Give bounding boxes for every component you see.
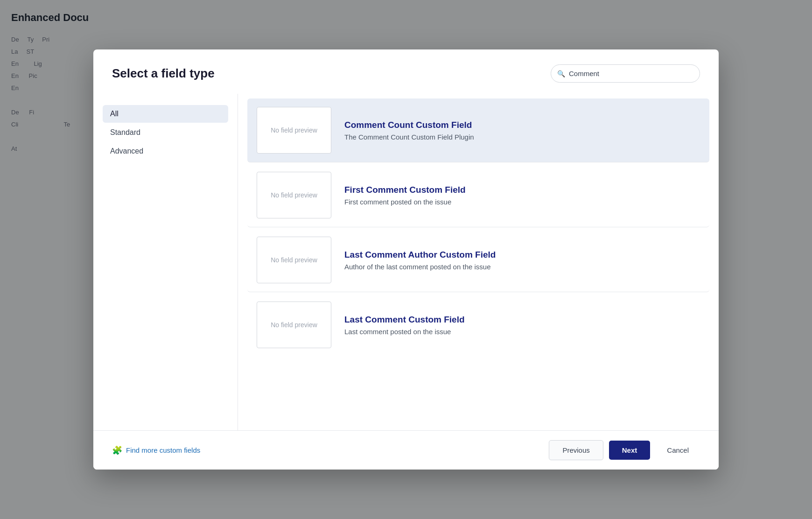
field-list: No field preview Comment Count Custom Fi… xyxy=(238,94,719,430)
field-preview-last-comment: No field preview xyxy=(257,302,331,348)
puzzle-icon: 🧩 xyxy=(112,445,122,456)
field-name-last-comment-author: Last Comment Author Custom Field xyxy=(344,250,700,260)
field-item-comment-count[interactable]: No field preview Comment Count Custom Fi… xyxy=(247,98,709,162)
previous-button[interactable]: Previous xyxy=(549,440,603,460)
find-more-link[interactable]: 🧩 Find more custom fields xyxy=(112,445,200,456)
field-desc-first-comment: First comment posted on the issue xyxy=(344,198,700,206)
field-name-first-comment: First Comment Custom Field xyxy=(344,185,700,195)
modal-header: Select a field type 🔍 xyxy=(93,49,719,94)
field-item-first-comment[interactable]: No field preview First Comment Custom Fi… xyxy=(247,163,709,227)
modal-footer: 🧩 Find more custom fields Previous Next … xyxy=(93,430,719,470)
footer-buttons: Previous Next Cancel xyxy=(549,440,700,460)
field-item-last-comment-author[interactable]: No field preview Last Comment Author Cus… xyxy=(247,228,709,292)
field-item-last-comment[interactable]: No field preview Last Comment Custom Fie… xyxy=(247,293,709,357)
field-name-comment-count: Comment Count Custom Field xyxy=(344,120,700,130)
field-name-last-comment: Last Comment Custom Field xyxy=(344,315,700,325)
modal-title: Select a field type xyxy=(112,66,215,81)
field-preview-comment-count: No field preview xyxy=(257,107,331,154)
modal-dialog: Select a field type 🔍 All Standard Advan… xyxy=(93,49,719,470)
find-more-label: Find more custom fields xyxy=(126,446,200,454)
sidebar: All Standard Advanced xyxy=(93,94,238,430)
field-preview-last-comment-author: No field preview xyxy=(257,237,331,283)
field-desc-comment-count: The Comment Count Custom Field Plugin xyxy=(344,133,700,141)
field-info-last-comment-author: Last Comment Author Custom Field Author … xyxy=(344,250,700,271)
search-input[interactable] xyxy=(551,64,700,83)
cancel-button[interactable]: Cancel xyxy=(656,441,700,460)
field-info-comment-count: Comment Count Custom Field The Comment C… xyxy=(344,120,700,141)
field-preview-first-comment: No field preview xyxy=(257,172,331,218)
sidebar-item-all[interactable]: All xyxy=(103,105,228,123)
field-info-last-comment: Last Comment Custom Field Last comment p… xyxy=(344,315,700,336)
search-icon: 🔍 xyxy=(557,70,565,77)
next-button[interactable]: Next xyxy=(609,441,651,460)
sidebar-item-standard[interactable]: Standard xyxy=(103,124,228,141)
field-desc-last-comment-author: Author of the last comment posted on the… xyxy=(344,263,700,271)
field-info-first-comment: First Comment Custom Field First comment… xyxy=(344,185,700,206)
field-desc-last-comment: Last comment posted on the issue xyxy=(344,328,700,336)
sidebar-item-advanced[interactable]: Advanced xyxy=(103,142,228,160)
search-container: 🔍 xyxy=(551,64,700,83)
modal-body: All Standard Advanced No field preview C… xyxy=(93,94,719,430)
